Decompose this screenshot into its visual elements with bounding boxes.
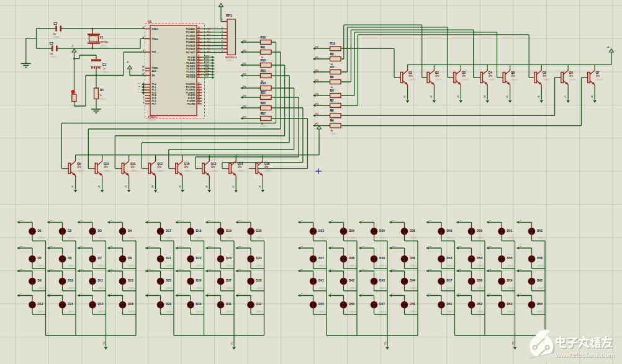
svg-text:P24: P24: [315, 93, 318, 95]
svg-text:C3: C3: [50, 42, 53, 45]
svg-text:J-6: J-6: [538, 95, 540, 98]
svg-text:<TEXT>: <TEXT>: [379, 287, 387, 290]
svg-text:R11: R11: [261, 46, 266, 49]
svg-text:Q12: Q12: [157, 162, 163, 166]
svg-text:D45: D45: [318, 303, 324, 306]
svg-text:NPN: NPN: [184, 166, 188, 169]
svg-text:D37: D37: [318, 257, 324, 260]
svg-text:R14: R14: [261, 82, 266, 85]
svg-text:D63: D63: [507, 303, 513, 306]
svg-text:<TEXT>: <TEXT>: [596, 79, 603, 81]
svg-text:<TEXT>: <TEXT>: [256, 287, 264, 290]
svg-text:P22: P22: [243, 63, 246, 65]
svg-text:D35: D35: [379, 229, 385, 233]
svg-text:P3.0/RXD: P3.0/RXD: [186, 83, 196, 86]
svg-text:Q15: Q15: [264, 162, 270, 166]
svg-text:Q4: Q4: [489, 71, 493, 74]
svg-text:<TEXT>: <TEXT>: [349, 287, 356, 290]
svg-text:<TEXT>: <TEXT>: [196, 265, 204, 267]
svg-text:D15: D15: [98, 303, 104, 306]
svg-text:D27: D27: [226, 279, 232, 282]
svg-text:P25: P25: [205, 69, 209, 72]
svg-text:P25: P25: [243, 95, 246, 97]
svg-text:<TEXT>: <TEXT>: [447, 311, 454, 313]
svg-text:<TEXT>: <TEXT>: [166, 311, 173, 313]
svg-text:<TEXT>: <TEXT>: [256, 265, 264, 267]
svg-text:P26: P26: [205, 73, 209, 75]
svg-text:D51: D51: [507, 229, 513, 233]
svg-text:D28: D28: [256, 279, 262, 282]
svg-text:<TEXT>: <TEXT>: [330, 112, 337, 115]
svg-text:<TEXT>: <TEXT>: [102, 71, 109, 74]
svg-text:<TEXT>: <TEXT>: [477, 287, 484, 290]
svg-text:<TEXT>: <TEXT>: [104, 170, 111, 172]
svg-text:<TEXT>: <TEXT>: [68, 287, 75, 290]
svg-text:P2.5/A13: P2.5/A13: [186, 71, 195, 73]
svg-text:<TEXT>: <TEXT>: [410, 265, 417, 267]
svg-text:<TEXT>: <TEXT>: [148, 119, 156, 122]
svg-text:<TEXT>: <TEXT>: [128, 287, 135, 290]
svg-text:P21: P21: [243, 50, 246, 52]
svg-text:D38: D38: [349, 257, 354, 260]
svg-text:P2.4/A12: P2.4/A12: [186, 68, 195, 70]
svg-text:R13: R13: [261, 69, 266, 73]
svg-text:R10: R10: [330, 42, 336, 45]
svg-text:P3.3/INT1: P3.3/INT1: [186, 92, 195, 94]
svg-text:D53: D53: [447, 257, 453, 260]
svg-text:<TEXT>: <TEXT>: [318, 311, 326, 313]
svg-text:<TEXT>: <TEXT>: [507, 287, 515, 290]
svg-text:<TEXT>: <TEXT>: [260, 95, 268, 97]
svg-text:P2.2/A10: P2.2/A10: [186, 62, 195, 64]
svg-text:<TEXT>: <TEXT>: [379, 311, 387, 313]
svg-text:P2.3/A11: P2.3/A11: [187, 65, 196, 68]
svg-text:D11: D11: [98, 279, 104, 282]
svg-text:D46: D46: [349, 303, 354, 306]
svg-text:P3.5/T1: P3.5/T1: [188, 97, 196, 100]
svg-text:P2.7/A15: P2.7/A15: [186, 76, 195, 79]
svg-text:www.elecfans.com: www.elecfans.com: [554, 351, 615, 358]
svg-text:NPN: NPN: [264, 166, 268, 169]
svg-text:P22: P22: [205, 61, 209, 63]
svg-text:NPN: NPN: [569, 75, 573, 78]
svg-text:P20: P20: [315, 46, 318, 48]
svg-text:<TEXT>: <TEXT>: [477, 311, 484, 313]
svg-text:J-4: J-4: [151, 185, 154, 188]
svg-text:D12: D12: [128, 279, 133, 282]
svg-text:D17: D17: [166, 229, 171, 233]
svg-text:EA: EA: [152, 74, 155, 77]
svg-text:P07: P07: [207, 51, 210, 53]
svg-text:D26: D26: [196, 279, 202, 282]
svg-text:<TEXT>: <TEXT>: [196, 287, 204, 290]
svg-text:<TEXT>: <TEXT>: [507, 265, 515, 267]
svg-text:P0.2/AD2: P0.2/AD2: [186, 35, 196, 37]
svg-text:<TEXT>: <TEXT>: [38, 287, 45, 290]
svg-text:NPN: NPN: [131, 166, 135, 169]
svg-text:P25: P25: [315, 103, 318, 105]
svg-text:D64: D64: [537, 303, 543, 306]
svg-text:J-5: J-5: [179, 185, 181, 188]
svg-text:RESPACK-8: RESPACK-8: [225, 56, 237, 59]
svg-text:P2.1/A9: P2.1/A9: [187, 59, 195, 61]
svg-text:D41: D41: [318, 279, 324, 282]
svg-text:P13: P13: [512, 341, 515, 345]
svg-text:P01: P01: [207, 31, 210, 33]
svg-text:J-5: J-5: [506, 95, 508, 98]
svg-text:Q9: Q9: [77, 162, 81, 166]
svg-text:<TEXT>: <TEXT>: [226, 60, 233, 62]
svg-text:<TEXT>: <TEXT>: [196, 311, 204, 313]
svg-text:NPN: NPN: [435, 75, 439, 78]
svg-text:NPN: NPN: [512, 75, 515, 78]
svg-text:R5: R5: [330, 76, 334, 79]
svg-text:R6: R6: [330, 89, 334, 92]
svg-text:RST: RST: [152, 51, 157, 53]
svg-text:J-7: J-7: [564, 95, 567, 98]
svg-text:D44: D44: [410, 279, 415, 282]
svg-text:XTAL2: XTAL2: [152, 38, 159, 40]
svg-text:<TEXT>: <TEXT>: [543, 79, 549, 81]
svg-text:<TEXT>: <TEXT>: [330, 55, 337, 58]
svg-text:D55: D55: [507, 257, 513, 260]
svg-text:P20: P20: [205, 55, 209, 58]
svg-text:<TEXT>: <TEXT>: [349, 311, 356, 313]
svg-text:J-1: J-1: [71, 185, 74, 188]
svg-text:<TEXT>: <TEXT>: [226, 265, 233, 267]
